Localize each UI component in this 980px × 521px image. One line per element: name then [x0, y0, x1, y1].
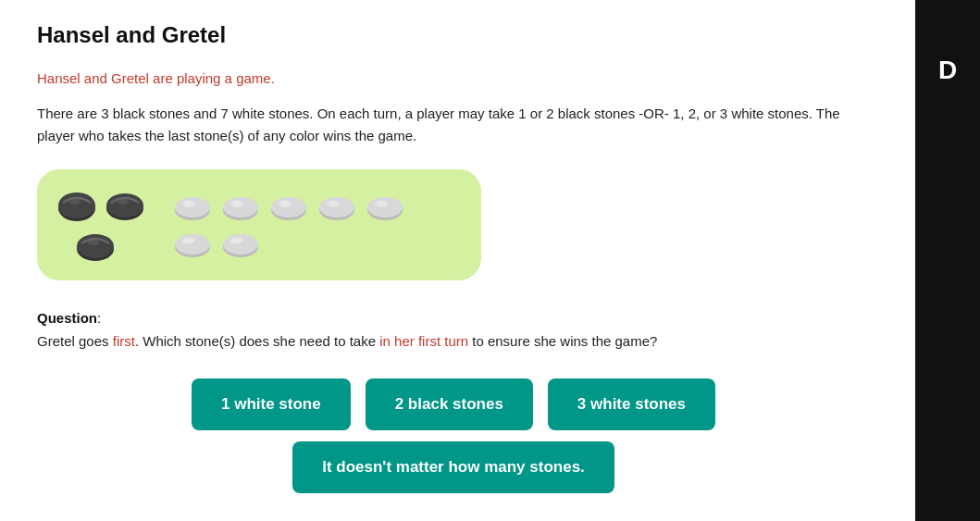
option2-button[interactable]: 2 black stones [366, 378, 533, 430]
black-stones-group [56, 186, 146, 264]
svg-point-17 [279, 201, 292, 207]
svg-point-10 [175, 197, 210, 217]
answer-buttons: 1 white stone 2 black stones 3 white sto… [37, 378, 870, 493]
white-stones-group [172, 192, 450, 258]
right-bar-letter: D [938, 56, 957, 85]
question-section: Question: Gretel goes first. Which stone… [37, 310, 870, 353]
svg-point-8 [88, 240, 99, 245]
option3-button[interactable]: 3 white stones [548, 378, 715, 430]
svg-point-5 [118, 199, 129, 205]
white-stone-1 [172, 192, 213, 221]
page-title: Hansel and Gretel [37, 22, 870, 48]
svg-point-20 [327, 201, 340, 207]
black-stone-1 [56, 186, 98, 223]
white-stone-4 [316, 192, 357, 221]
svg-point-1 [58, 192, 95, 218]
white-stone-3 [268, 192, 309, 221]
question-label: Question: [37, 310, 870, 326]
question-body: Gretel goes first. Which stone(s) does s… [37, 331, 870, 353]
black-stones-row1 [56, 186, 146, 223]
answer-row-1: 1 white stone 2 black stones 3 white sto… [192, 378, 715, 430]
svg-point-14 [230, 201, 243, 207]
white-stone-7 [220, 229, 261, 258]
svg-point-25 [175, 234, 210, 254]
page-container: Hansel and Gretel Hansel and Gretel are … [0, 0, 907, 521]
svg-point-29 [230, 238, 243, 244]
white-stone-5 [365, 192, 405, 221]
svg-point-11 [182, 201, 195, 207]
svg-point-28 [223, 234, 258, 254]
right-sidebar: D [915, 0, 980, 521]
answer-row-2: It doesn't matter how many stones. [292, 441, 614, 493]
svg-point-2 [69, 199, 81, 205]
intro-text: Hansel and Gretel are playing a game. [37, 70, 870, 86]
option4-button[interactable]: It doesn't matter how many stones. [292, 441, 614, 493]
option1-button[interactable]: 1 white stone [192, 378, 351, 430]
black-stone-3 [74, 227, 117, 264]
svg-point-19 [319, 197, 354, 217]
black-stone-2 [104, 186, 146, 223]
svg-point-22 [367, 197, 403, 217]
svg-point-16 [271, 197, 306, 217]
svg-point-23 [375, 201, 388, 207]
description-text: There are 3 black stones and 7 white sto… [37, 103, 870, 147]
stones-illustration [37, 169, 481, 280]
black-stones-row2 [56, 227, 146, 264]
white-stone-6 [172, 229, 213, 258]
svg-point-26 [182, 238, 195, 244]
svg-point-13 [223, 197, 258, 217]
white-stone-2 [220, 192, 261, 221]
